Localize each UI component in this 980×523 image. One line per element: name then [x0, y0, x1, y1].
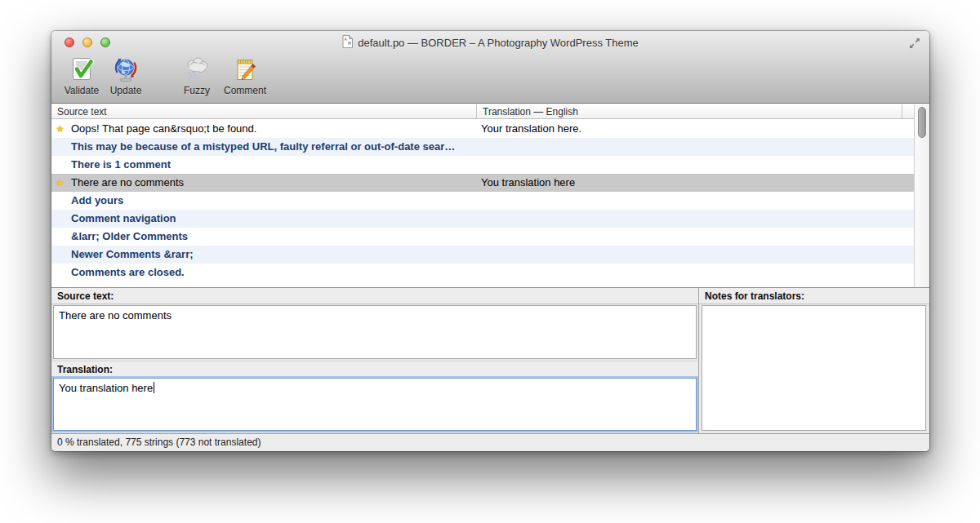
- source-cell: Oops! That page can&rsquo;t be found.: [51, 120, 476, 138]
- toolbar-item-label: Update: [110, 85, 142, 96]
- translation-cell: [476, 246, 914, 264]
- comment-notepad-icon: [231, 56, 259, 84]
- notes-label: Notes for translators:: [699, 288, 929, 304]
- translation-cell: Your translation here.: [476, 120, 914, 138]
- window-chrome: A default.po — BORDER – A Photography Wo…: [51, 31, 929, 104]
- toolbar-item-label: Validate: [65, 85, 99, 96]
- update-button[interactable]: Update: [104, 56, 148, 100]
- string-list: ★ Oops! That page can&rsquo;t be found. …: [51, 120, 914, 287]
- column-header-translation[interactable]: Translation — English: [476, 104, 902, 118]
- translation-cell: [476, 228, 914, 246]
- translation-cell: [476, 156, 914, 174]
- desktop: A default.po — BORDER – A Photography Wo…: [0, 0, 980, 523]
- star-icon: ★: [56, 174, 65, 192]
- toolbar-item-label: Fuzzy: [184, 85, 210, 96]
- table-row[interactable]: Comments are closed.: [51, 264, 914, 281]
- window-title: default.po — BORDER – A Photography Word…: [358, 37, 638, 49]
- status-bar: 0 % translated, 775 strings (773 not tra…: [51, 433, 929, 451]
- table-row-selected[interactable]: ★ There are no comments You translation …: [51, 174, 914, 192]
- source-cell: Add yours: [51, 192, 476, 210]
- table-row[interactable]: Newer Comments &rarr;: [51, 246, 914, 264]
- toolbar: Validate: [51, 55, 929, 102]
- list-header: Source text Translation — English: [51, 104, 914, 119]
- table-row[interactable]: Comment navigation: [51, 210, 914, 228]
- editor-right-column: Notes for translators:: [698, 288, 929, 434]
- validate-button[interactable]: Validate: [60, 56, 104, 100]
- source-text-view: There are no comments: [53, 305, 697, 359]
- fullscreen-icon[interactable]: [908, 37, 921, 50]
- poedit-window: A default.po — BORDER – A Photography Wo…: [51, 31, 929, 451]
- fuzzy-cloud-icon: [183, 56, 211, 84]
- source-cell: Comment navigation: [51, 210, 476, 228]
- translation-cell: [476, 138, 914, 156]
- table-row[interactable]: ★ Oops! That page can&rsquo;t be found. …: [51, 120, 914, 138]
- column-header-stub: [902, 104, 914, 118]
- titlebar: A default.po — BORDER – A Photography Wo…: [51, 31, 929, 54]
- comment-button[interactable]: Comment: [219, 56, 271, 100]
- source-cell: Newer Comments &rarr;: [51, 246, 476, 264]
- validate-check-icon: [68, 56, 96, 84]
- source-cell: Comments are closed.: [51, 264, 476, 281]
- source-cell: &larr; Older Comments: [51, 228, 476, 246]
- translation-cell: You translation here: [476, 174, 914, 192]
- translation-cell: [476, 210, 914, 228]
- star-icon: ★: [56, 120, 65, 138]
- source-cell: There is 1 comment: [51, 156, 476, 174]
- vertical-scrollbar[interactable]: [914, 104, 929, 287]
- scrollbar-thumb[interactable]: [918, 107, 926, 138]
- translation-label: Translation:: [51, 361, 698, 377]
- translation-cell: [476, 192, 914, 210]
- toolbar-item-label: Comment: [224, 85, 266, 96]
- document-icon: A: [342, 35, 353, 51]
- column-header-source[interactable]: Source text: [51, 104, 476, 118]
- source-text-value: There are no comments: [59, 309, 172, 321]
- text-caret: [154, 382, 154, 393]
- editor-left-column: Source text: There are no comments Trans…: [51, 288, 698, 434]
- fuzzy-button[interactable]: Fuzzy: [176, 56, 217, 100]
- table-row[interactable]: &larr; Older Comments: [51, 228, 914, 246]
- translation-input[interactable]: You translation here: [53, 378, 697, 431]
- notes-view: [702, 305, 926, 431]
- source-text-label: Source text:: [51, 288, 698, 304]
- translation-cell: [476, 264, 914, 281]
- translation-value: You translation here: [59, 382, 153, 394]
- table-row[interactable]: There is 1 comment: [51, 156, 914, 174]
- source-cell: There are no comments: [51, 174, 476, 192]
- source-cell: This may be because of a mistyped URL, f…: [51, 138, 476, 156]
- editor-panel: Source text: There are no comments Trans…: [51, 287, 929, 433]
- table-row[interactable]: Add yours: [51, 192, 914, 210]
- update-globe-icon: [112, 56, 140, 84]
- table-row[interactable]: This may be because of a mistyped URL, f…: [51, 138, 914, 156]
